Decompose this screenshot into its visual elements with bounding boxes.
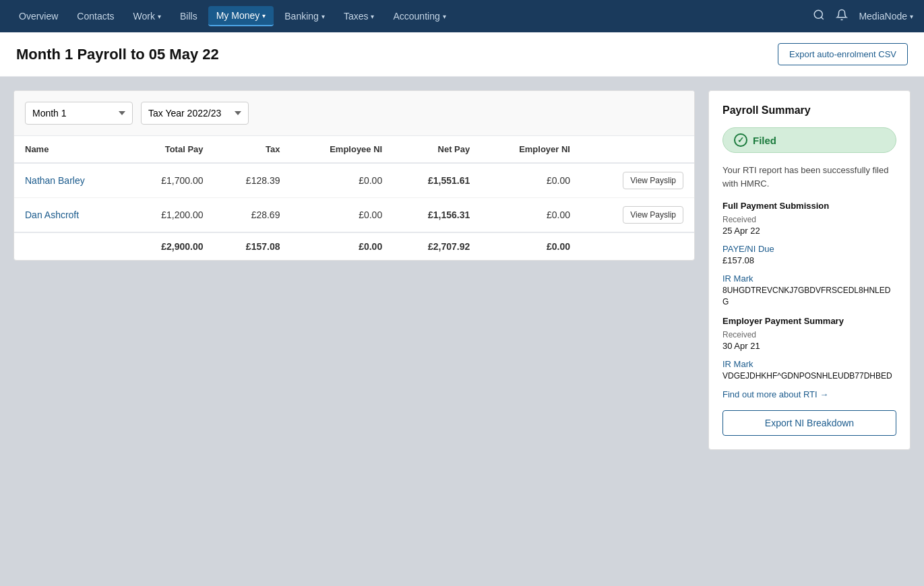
nav-item-work[interactable]: Work ▾	[125, 7, 169, 26]
cell-tax-1: £28.69	[214, 198, 291, 233]
cell-net-pay-0: £1,551.61	[393, 163, 481, 198]
work-dropdown-icon: ▾	[158, 13, 161, 20]
cell-employer-ni-1: £0.00	[481, 198, 581, 233]
paye-ni-due-label: PAYE/NI Due	[722, 244, 896, 254]
nav-item-contacts[interactable]: Contacts	[69, 7, 122, 26]
taxes-dropdown-icon: ▾	[371, 13, 374, 20]
rti-description: Your RTI report has been successfully fi…	[722, 164, 896, 190]
col-header-net-pay: Net Pay	[393, 136, 481, 163]
notifications-icon[interactable]	[836, 9, 848, 24]
filed-check-icon: ✓	[734, 133, 747, 147]
cell-net-pay-1: £1,156.31	[393, 198, 481, 233]
nav-item-taxes[interactable]: Taxes ▾	[336, 7, 383, 26]
nav-item-banking[interactable]: Banking ▾	[276, 7, 333, 26]
cell-tax-0: £128.39	[214, 163, 291, 198]
fps-title: Full Payment Submission	[722, 201, 896, 211]
page-header: Month 1 Payroll to 05 May 22 Export auto…	[0, 32, 924, 77]
svg-line-1	[822, 17, 824, 19]
month-select[interactable]: Month 1 Month 2 Month 3	[25, 102, 133, 125]
employee-link-dan[interactable]: Dan Ashcroft	[25, 209, 79, 220]
totals-action	[581, 232, 694, 260]
totals-net-pay: £2,707.92	[393, 232, 481, 260]
cell-employer-ni-0: £0.00	[481, 163, 581, 198]
fps-received-label: Received	[722, 215, 896, 224]
export-csv-button[interactable]: Export auto-enrolment CSV	[778, 43, 908, 65]
col-header-action	[581, 136, 694, 163]
main-layout: Month 1 Month 2 Month 3 Tax Year 2022/23…	[0, 77, 924, 463]
totals-row: £2,900.00 £157.08 £0.00 £2,707.92 £0.00	[14, 232, 694, 260]
fps-ir-mark-value: 8UHGDTREVCNKJ7GBDVFRSCEDL8HNLEDG	[722, 285, 896, 308]
user-dropdown-icon: ▾	[910, 13, 913, 20]
cell-employee-ni-1: £0.00	[290, 198, 393, 233]
export-ni-breakdown-button[interactable]: Export NI Breakdown	[722, 410, 896, 436]
search-icon[interactable]	[813, 9, 825, 24]
col-header-total-pay: Total Pay	[126, 136, 214, 163]
tax-year-select[interactable]: Tax Year 2022/23 Tax Year 2021/22	[141, 102, 249, 125]
my-money-dropdown-icon: ▾	[262, 12, 266, 20]
eps-received-label: Received	[722, 330, 896, 339]
navbar: Overview Contacts Work ▾ Bills My Money …	[0, 0, 924, 32]
cell-action-1: View Payslip	[581, 198, 694, 233]
filters-row: Month 1 Month 2 Month 3 Tax Year 2022/23…	[14, 91, 694, 136]
paye-ni-due-value: £157.08	[722, 255, 896, 265]
view-payslip-button-1[interactable]: View Payslip	[623, 206, 683, 224]
filed-badge: ✓ Filed	[722, 127, 896, 153]
fps-ir-mark-label: IR Mark	[722, 273, 896, 284]
col-header-name: Name	[14, 136, 126, 163]
col-header-employer-ni: Employer NI	[481, 136, 581, 163]
fps-received-date: 25 Apr 22	[722, 226, 896, 236]
payroll-table: Name Total Pay Tax Employee NI Net Pay E…	[14, 136, 694, 260]
nav-item-bills[interactable]: Bills	[172, 7, 206, 26]
svg-point-0	[815, 10, 823, 18]
cell-total-pay-0: £1,700.00	[126, 163, 214, 198]
table-row: Dan Ashcroft £1,200.00 £28.69 £0.00 £1,1…	[14, 198, 694, 233]
accounting-dropdown-icon: ▾	[443, 13, 446, 20]
totals-total-pay: £2,900.00	[126, 232, 214, 260]
nav-item-my-money[interactable]: My Money ▾	[208, 6, 274, 26]
col-header-tax: Tax	[214, 136, 291, 163]
cell-action-0: View Payslip	[581, 163, 694, 198]
totals-employee-ni: £0.00	[290, 232, 393, 260]
eps-title: Employer Payment Summary	[722, 316, 896, 326]
totals-employer-ni: £0.00	[481, 232, 581, 260]
page-title: Month 1 Payroll to 05 May 22	[16, 46, 219, 63]
totals-label	[14, 232, 126, 260]
find-out-more-link[interactable]: Find out more about RTI →	[722, 389, 896, 399]
col-header-employee-ni: Employee NI	[290, 136, 393, 163]
user-menu[interactable]: MediaNode ▾	[859, 11, 913, 22]
eps-ir-mark-label: IR Mark	[722, 359, 896, 369]
eps-ir-mark-value: VDGEJDHKHF^GDNPOSNHLEUDB77DHBED	[722, 370, 896, 382]
totals-tax: £157.08	[214, 232, 291, 260]
cell-employee-ni-0: £0.00	[290, 163, 393, 198]
table-row: Nathan Barley £1,700.00 £128.39 £0.00 £1…	[14, 163, 694, 198]
filed-label: Filed	[753, 135, 776, 146]
nav-item-accounting[interactable]: Accounting ▾	[385, 7, 454, 26]
payroll-summary-panel: Payroll Summary ✓ Filed Your RTI report …	[708, 90, 911, 450]
banking-dropdown-icon: ▾	[321, 13, 325, 20]
payroll-table-panel: Month 1 Month 2 Month 3 Tax Year 2022/23…	[13, 90, 695, 261]
employee-link-nathan[interactable]: Nathan Barley	[25, 175, 85, 186]
eps-received-date: 30 Apr 21	[722, 341, 896, 351]
cell-total-pay-1: £1,200.00	[126, 198, 214, 233]
summary-title: Payroll Summary	[722, 104, 896, 117]
nav-item-overview[interactable]: Overview	[11, 7, 66, 26]
view-payslip-button-0[interactable]: View Payslip	[623, 172, 683, 189]
